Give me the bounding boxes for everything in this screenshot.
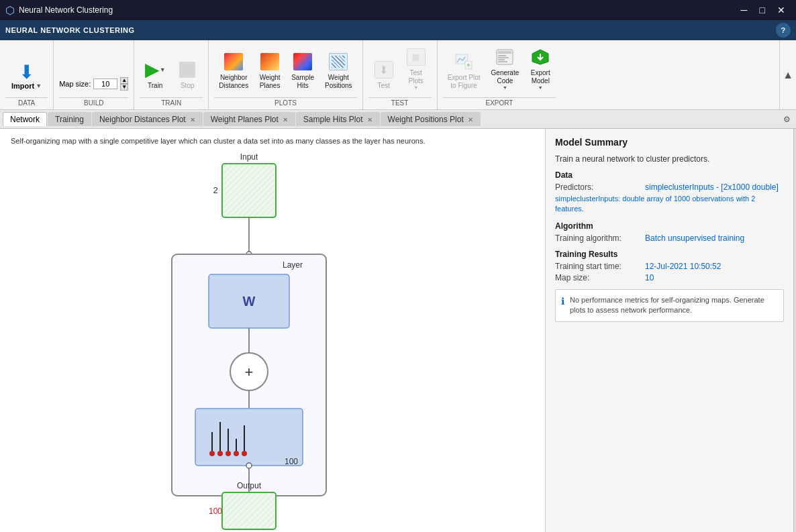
tab-training[interactable]: Training	[48, 112, 91, 126]
export-plot-icon	[453, 51, 475, 72]
training-algorithm-value: Batch unsupervised training	[645, 233, 744, 243]
export-plot-button[interactable]: Export Plotto Figure	[443, 48, 485, 93]
test-plots-button[interactable]: ▦ TestPlots ▼	[401, 43, 432, 93]
export-model-button[interactable]: ExportModel ▼	[525, 43, 556, 93]
output-count: 100	[209, 507, 222, 516]
toolbar-plots-section: NeighborDistances WeightPlanes SampleHit…	[209, 40, 362, 109]
weight-label: W	[243, 294, 256, 309]
weight-positions-label: WeightPositions	[325, 74, 352, 90]
maximize-button[interactable]: □	[754, 3, 770, 17]
results-title: Training Results	[555, 250, 784, 259]
test-label: Test	[377, 82, 389, 90]
neighbor-distances-icon	[223, 51, 244, 72]
output-label: Output	[237, 481, 262, 490]
tab-sample-hits[interactable]: Sample Hits Plot ✕	[296, 112, 380, 126]
weight-planes-icon	[259, 51, 281, 72]
plots-section-label: PLOTS	[214, 97, 356, 107]
model-summary-subtitle: Train a neural network to cluster predic…	[555, 154, 784, 164]
map-size-down[interactable]: ▼	[120, 84, 128, 91]
info-text: No performance metrics for self-organizi…	[570, 295, 778, 316]
toolbar: ⬇ Import ▼ DATA Map size: ▲ ▼	[0, 40, 796, 110]
test-plots-label: TestPlots	[409, 69, 424, 85]
predictors-row: Predictors: simpleclusterInputs - [2x100…	[555, 182, 784, 192]
svg-rect-5	[498, 51, 511, 54]
tab-network[interactable]: Network	[3, 112, 47, 126]
close-button[interactable]: ✕	[772, 3, 791, 17]
nn-diagram: Input 2 Layer W +	[5, 150, 540, 532]
svg-rect-36	[222, 492, 276, 529]
svg-point-31	[234, 451, 239, 456]
tab-weight-positions[interactable]: Weight Positions Plot ✕	[381, 112, 481, 126]
toolbar-data-section: ⬇ Import ▼ DATA	[0, 40, 54, 109]
sample-hits-icon	[292, 51, 313, 72]
svg-point-34	[246, 463, 252, 468]
weight-positions-icon	[328, 51, 349, 72]
close-weight-positions-tab[interactable]: ✕	[468, 116, 473, 123]
training-algorithm-row: Training algorithm: Batch unsupervised t…	[555, 233, 784, 243]
weight-positions-button[interactable]: WeightPositions	[320, 48, 357, 93]
close-sample-hits-tab[interactable]: ✕	[367, 116, 372, 123]
import-button[interactable]: ⬇ Import ▼	[5, 60, 48, 93]
svg-point-32	[242, 451, 247, 456]
svg-point-30	[226, 451, 231, 456]
svg-point-28	[209, 451, 215, 456]
results-section: Training Results Training start time: 12…	[555, 250, 784, 282]
tab-neighbor-distances[interactable]: Neighbor Distances Plot ✕	[92, 112, 203, 126]
test-button[interactable]: ⬇ Test	[368, 56, 399, 93]
svg-rect-14	[222, 164, 276, 217]
map-size-label: Map size:	[555, 273, 642, 282]
tab-weight-planes[interactable]: Weight Planes Plot ✕	[203, 112, 295, 126]
toolbar-collapse-button[interactable]: ▲	[783, 69, 793, 81]
map-size-input[interactable]	[93, 78, 117, 89]
build-section-label: BUILD	[59, 97, 128, 107]
toolbar-test-section: ⬇ Test ▦ TestPlots ▼ TEST	[363, 40, 438, 109]
export-plot-label: Export Plotto Figure	[448, 74, 481, 90]
stop-icon	[177, 59, 198, 81]
import-label: Import	[11, 82, 34, 90]
right-resize-handle[interactable]	[793, 129, 796, 532]
nn-svg: Input 2 Layer W +	[98, 150, 447, 532]
minimize-button[interactable]: ─	[736, 3, 753, 17]
sum-label: +	[245, 364, 254, 380]
sample-hits-button[interactable]: SampleHits	[287, 48, 319, 93]
tab-gear-button[interactable]: ⚙	[781, 113, 793, 125]
close-neighbor-tab[interactable]: ✕	[190, 116, 195, 123]
neighbor-distances-button[interactable]: NeighborDistances	[214, 48, 253, 93]
generate-code-button[interactable]: GenerateCode ▼	[487, 43, 524, 93]
stop-button[interactable]: Stop	[172, 56, 203, 93]
svg-point-29	[217, 451, 223, 456]
generate-code-icon	[494, 46, 515, 68]
train-icon: ▶ ▼	[144, 59, 166, 81]
test-section-label: TEST	[368, 97, 432, 107]
app-title: Neural Network Clustering	[19, 5, 113, 15]
export-model-icon	[530, 46, 551, 68]
predictors-value: simpleclusterInputs - [2x1000 double]	[645, 182, 779, 192]
map-size-value: 10	[645, 273, 654, 282]
start-time-label: Training start time:	[555, 262, 642, 271]
algorithm-title: Algorithm	[555, 221, 784, 231]
test-icon: ⬇	[373, 59, 395, 81]
map-size-up[interactable]: ▲	[120, 77, 128, 84]
close-weight-planes-tab[interactable]: ✕	[283, 116, 288, 123]
network-description: Self-organizing map with a single compet…	[5, 134, 540, 150]
export-section-label: EXPORT	[443, 97, 556, 107]
data-section-title: Data	[555, 170, 784, 180]
right-panel: Model Summary Train a neural network to …	[545, 129, 793, 532]
help-button[interactable]: ?	[776, 23, 791, 38]
start-time-value: 12-Jul-2021 10:50:52	[645, 262, 721, 271]
map-size-spinner[interactable]: ▲ ▼	[120, 77, 128, 91]
toolbar-export-section: Export Plotto Figure GenerateCode ▼	[438, 40, 562, 109]
weight-planes-button[interactable]: WeightPlanes	[254, 48, 285, 93]
layer-label: Layer	[283, 260, 303, 270]
test-plots-icon: ▦	[405, 46, 427, 68]
data-section: Data Predictors: simpleclusterInputs - […	[555, 170, 784, 215]
train-button[interactable]: ▶ ▼ Train	[140, 56, 170, 93]
generate-code-label: GenerateCode	[491, 69, 519, 85]
training-algorithm-label: Training algorithm:	[555, 233, 642, 243]
model-summary-title: Model Summary	[555, 137, 784, 148]
algorithm-section: Algorithm Training algorithm: Batch unsu…	[555, 221, 784, 243]
network-view: Self-organizing map with a single compet…	[0, 129, 545, 532]
data-section-label: DATA	[5, 97, 48, 107]
train-section-label: TRAIN	[140, 97, 203, 107]
toolbar-train-section: ▶ ▼ Train Stop TRAIN	[134, 40, 209, 109]
